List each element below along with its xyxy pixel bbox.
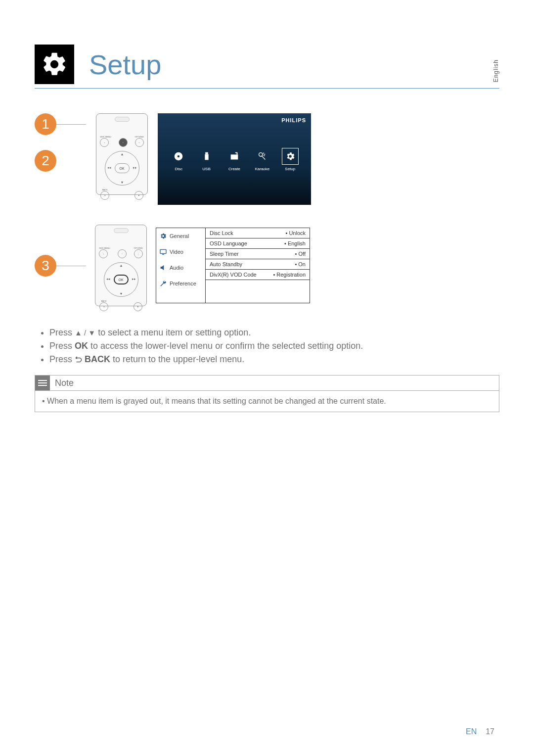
svg-rect-7	[160, 249, 166, 253]
tab-preference: Preference	[156, 276, 205, 291]
tv-item-karaoke: Karaoke	[254, 148, 270, 171]
home-button-icon: ⌂	[118, 249, 127, 258]
instruction-item: Press ⮌ BACK to return to the upper-leve…	[49, 353, 499, 366]
step-1-badge: 1	[35, 113, 56, 135]
note-icon	[35, 376, 50, 390]
tv-item-setup: Setup	[282, 148, 299, 171]
ok-button-icon: OK	[115, 163, 130, 173]
dpad-icon: OK ▲ ▼ ◂◂ ▸▸	[104, 262, 138, 297]
wrench-icon	[159, 280, 167, 287]
remote-control-diagram: DISC MENU≡ ⌂ OPTIONS≡ OK ▲ ▼ ◂◂ ▸▸ BACK⮌…	[96, 113, 148, 195]
footer-lang: EN	[466, 727, 477, 736]
footer-page-number: 17	[486, 727, 494, 736]
monitor-icon	[159, 248, 167, 256]
dpad-icon: OK ▲ ▼ ◂◂ ▸▸	[105, 151, 139, 186]
step-3-badge: 3	[35, 255, 56, 277]
setting-row-divx: DivX(R) VOD Code• Registration	[206, 270, 310, 280]
gear-icon	[35, 45, 74, 84]
up-down-arrow-icon: ▲ / ▼	[75, 329, 95, 337]
gear-icon	[159, 232, 167, 240]
home-button-icon: ⌂	[119, 138, 128, 147]
page-header: Setup	[35, 45, 499, 89]
note-box: Note • When a menu item is grayed out, i…	[35, 375, 499, 412]
tab-video: Video	[156, 244, 205, 260]
diagram-row-2: 3 DISC MENU≡ ⌂ OPTIONS≡ OK ▲ ▼ ◂◂ ▸▸ BAC…	[35, 225, 499, 306]
setting-row-osd-language: OSD Language• English	[206, 238, 310, 249]
svg-text:MP3: MP3	[231, 156, 237, 159]
mp3-icon: MP3	[226, 148, 243, 165]
svg-point-1	[178, 155, 180, 158]
ok-button-icon: OK	[114, 275, 129, 284]
disc-menu-button-icon: ≡	[99, 249, 108, 258]
svg-rect-2	[205, 152, 208, 154]
disc-icon	[170, 148, 187, 165]
stop-button-icon: ■	[134, 191, 143, 200]
usb-icon	[198, 148, 215, 165]
diagram-row-1: 1 2 DISC MENU≡ ⌂ OPTIONS≡ OK ▲ ▼ ◂◂ ▸▸ B…	[35, 113, 499, 205]
setting-row-sleep-timer: Sleep Timer• Off	[206, 249, 310, 259]
tv-home-menu: PHILIPS Disc USB MP3 Create Karaoke Setu…	[158, 113, 311, 205]
setup-menu-table: General Video Audio Preference Disc Lock…	[156, 228, 310, 303]
back-arrow-icon: ⮌	[75, 355, 82, 364]
setting-row-disc-lock: Disc Lock• Unlock	[206, 228, 310, 238]
language-tab: English	[492, 59, 499, 82]
gear-icon	[282, 148, 299, 165]
connector-line	[56, 266, 86, 266]
svg-rect-3	[205, 154, 208, 160]
tv-item-usb: USB	[198, 148, 215, 171]
note-body: • When a menu item is grayed out, it mea…	[35, 390, 499, 412]
step-2-badge: 2	[35, 150, 56, 172]
karaoke-icon	[254, 148, 270, 165]
tv-item-disc: Disc	[170, 148, 187, 171]
connector-line	[56, 124, 86, 125]
remote-control-diagram: DISC MENU≡ ⌂ OPTIONS≡ OK ▲ ▼ ◂◂ ▸▸ BACK⮌…	[95, 225, 147, 306]
speaker-icon	[159, 264, 167, 272]
note-heading: Note	[55, 378, 74, 388]
tab-audio: Audio	[156, 260, 205, 276]
page-title: Setup	[89, 48, 161, 81]
back-button-icon: ⮌	[99, 302, 108, 311]
instructions-list: Press ▲ / ▼ to select a menu item or set…	[35, 326, 499, 366]
stop-button-icon: ■	[134, 302, 142, 311]
instruction-item: Press ▲ / ▼ to select a menu item or set…	[49, 326, 499, 339]
disc-menu-button-icon: ≡	[100, 138, 109, 147]
options-button-icon: ≡	[134, 249, 143, 258]
instruction-item: Press OK to access the lower-level menu …	[49, 339, 499, 353]
tv-item-create: MP3 Create	[226, 148, 243, 171]
setting-row-auto-standby: Auto Standby• On	[206, 259, 310, 270]
back-button-icon: ⮌	[100, 191, 109, 200]
brand-label: PHILIPS	[281, 117, 306, 123]
options-button-icon: ≡	[135, 138, 144, 147]
tab-general: General	[156, 228, 205, 244]
page-footer: EN 17	[466, 727, 494, 736]
